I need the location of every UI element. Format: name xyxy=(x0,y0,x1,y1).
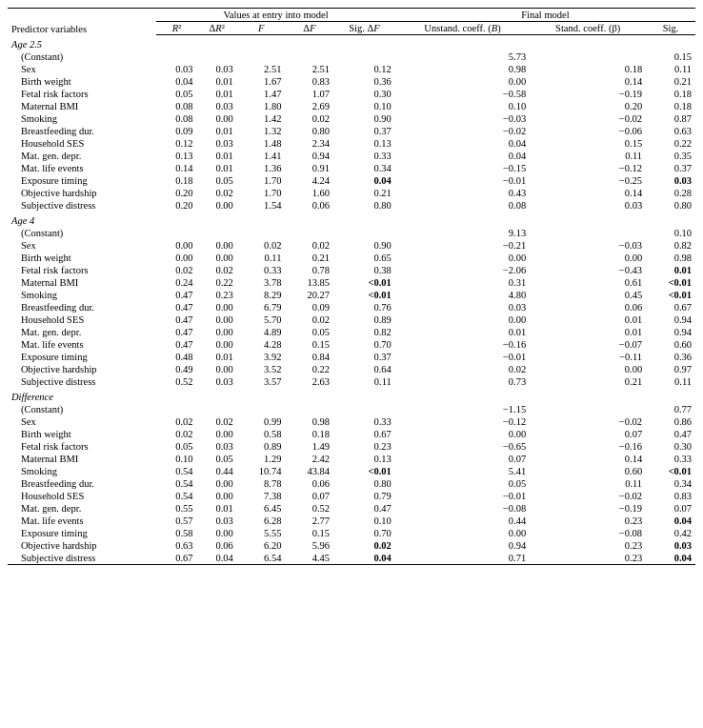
cell-f: 3.78 xyxy=(237,276,286,289)
cell-f: 1.29 xyxy=(237,453,286,465)
table-row: Mat. life events0.140.011.360.910.34−0.1… xyxy=(8,162,695,174)
row-label: Household SES xyxy=(8,490,156,502)
table-row: Smoking0.470.238.2920.27<0.014.800.45<0.… xyxy=(8,289,695,301)
cell-b: −0.01 xyxy=(395,351,530,363)
cell-sigdf: 0.33 xyxy=(333,150,395,162)
table-row: Birth weight0.040.011.670.830.360.000.14… xyxy=(8,75,695,88)
table-row: Objective hardship0.490.003.520.220.640.… xyxy=(8,363,695,375)
cell-sigdf: 0.70 xyxy=(333,338,395,351)
cell-sigdf: 0.47 xyxy=(333,502,395,515)
cell-f: 1.36 xyxy=(237,162,286,174)
cell-dr2: 0.05 xyxy=(197,174,237,187)
cell-df xyxy=(285,403,333,415)
cell-df: 43.84 xyxy=(285,465,333,477)
cell-r2: 0.20 xyxy=(156,199,196,212)
cell-b: 0.00 xyxy=(395,313,530,326)
cell-beta: −0.07 xyxy=(530,338,646,351)
cell-beta: −0.06 xyxy=(530,125,646,137)
cell-sigdf xyxy=(333,227,395,239)
cell-sig: 0.94 xyxy=(646,313,695,326)
cell-sigdf: 0.76 xyxy=(333,301,395,313)
results-table: Predictor variables Values at entry into… xyxy=(8,8,695,565)
header-row-1: Predictor variables Values at entry into… xyxy=(8,9,695,22)
cell-df: 0.09 xyxy=(285,301,333,313)
row-label: Maternal BMI xyxy=(8,453,156,465)
cell-r2: 0.00 xyxy=(156,239,196,252)
cell-beta: 0.03 xyxy=(530,199,646,212)
cell-df: 0.94 xyxy=(285,150,333,162)
table-row: Exposure timing0.480.013.920.840.37−0.01… xyxy=(8,351,695,363)
row-label: Exposure timing xyxy=(8,527,156,539)
cell-r2: 0.58 xyxy=(156,527,196,539)
row-label: Objective hardship xyxy=(8,363,156,375)
row-label: Birth weight xyxy=(8,75,156,88)
cell-b: 0.01 xyxy=(395,326,530,338)
table-row: Smoking0.080.001.420.020.90−0.03−0.020.8… xyxy=(8,112,695,125)
table-row: Maternal BMI0.240.223.7813.85<0.010.310.… xyxy=(8,276,695,289)
row-label: Maternal BMI xyxy=(8,100,156,112)
cell-r2: 0.48 xyxy=(156,351,196,363)
col-df: ΔF xyxy=(285,22,333,35)
cell-b: 0.98 xyxy=(395,63,530,75)
cell-b: −0.15 xyxy=(395,162,530,174)
cell-r2: 0.52 xyxy=(156,375,196,388)
cell-b: −0.21 xyxy=(395,239,530,252)
cell-b: −0.02 xyxy=(395,125,530,137)
section-title: Difference xyxy=(8,388,695,403)
cell-sigdf: <0.01 xyxy=(333,276,395,289)
col-sigdf: Sig. ΔF xyxy=(333,22,395,35)
cell-df: 0.05 xyxy=(285,326,333,338)
cell-sig: 0.21 xyxy=(646,75,695,88)
row-label: Mat. life events xyxy=(8,338,156,351)
cell-dr2: 0.05 xyxy=(197,453,237,465)
cell-sigdf: 0.04 xyxy=(333,174,395,187)
cell-sigdf: <0.01 xyxy=(333,465,395,477)
table-row: Household SES0.540.007.380.070.79−0.01−0… xyxy=(8,490,695,502)
row-label: Breastfeeding dur. xyxy=(8,477,156,490)
cell-r2: 0.10 xyxy=(156,453,196,465)
table-row: Household SES0.120.031.482.340.130.040.1… xyxy=(8,137,695,150)
cell-dr2: 0.00 xyxy=(197,199,237,212)
cell-sig: <0.01 xyxy=(646,465,695,477)
cell-df: 4.24 xyxy=(285,174,333,187)
cell-dr2: 0.00 xyxy=(197,490,237,502)
cell-sigdf: 0.37 xyxy=(333,351,395,363)
cell-df: 0.18 xyxy=(285,428,333,440)
row-label: Sex xyxy=(8,239,156,252)
cell-df: 1.49 xyxy=(285,440,333,453)
cell-dr2: 0.00 xyxy=(197,252,237,264)
cell-sig: 0.35 xyxy=(646,150,695,162)
section-header: Difference xyxy=(8,388,695,403)
row-label: Fetal risk factors xyxy=(8,88,156,100)
cell-b: −0.16 xyxy=(395,338,530,351)
cell-sig: 0.42 xyxy=(646,527,695,539)
cell-dr2: 0.01 xyxy=(197,125,237,137)
cell-sigdf: 0.37 xyxy=(333,125,395,137)
cell-f: 1.54 xyxy=(237,199,286,212)
cell-f: 8.29 xyxy=(237,289,286,301)
cell-f: 2.51 xyxy=(237,63,286,75)
cell-r2: 0.13 xyxy=(156,150,196,162)
col-beta: Stand. coeff. (β) xyxy=(530,22,646,35)
cell-df: 0.15 xyxy=(285,527,333,539)
cell-b: 0.44 xyxy=(395,515,530,527)
cell-sigdf: 0.90 xyxy=(333,112,395,125)
cell-b: −2.06 xyxy=(395,264,530,276)
cell-beta: 0.11 xyxy=(530,150,646,162)
cell-r2: 0.02 xyxy=(156,428,196,440)
cell-r2: 0.08 xyxy=(156,112,196,125)
cell-beta xyxy=(530,403,646,415)
cell-beta: 0.14 xyxy=(530,75,646,88)
cell-sigdf: 0.04 xyxy=(333,552,395,565)
cell-beta: −0.19 xyxy=(530,88,646,100)
cell-sig: 0.60 xyxy=(646,338,695,351)
cell-sigdf: 0.65 xyxy=(333,252,395,264)
row-label: Subjective distress xyxy=(8,375,156,388)
table-row: Fetal risk factors0.050.011.471.070.30−0… xyxy=(8,88,695,100)
cell-r2: 0.00 xyxy=(156,252,196,264)
cell-b: 0.02 xyxy=(395,363,530,375)
cell-dr2: 0.01 xyxy=(197,150,237,162)
cell-sigdf: 0.13 xyxy=(333,137,395,150)
cell-dr2: 0.00 xyxy=(197,363,237,375)
cell-b: 0.31 xyxy=(395,276,530,289)
